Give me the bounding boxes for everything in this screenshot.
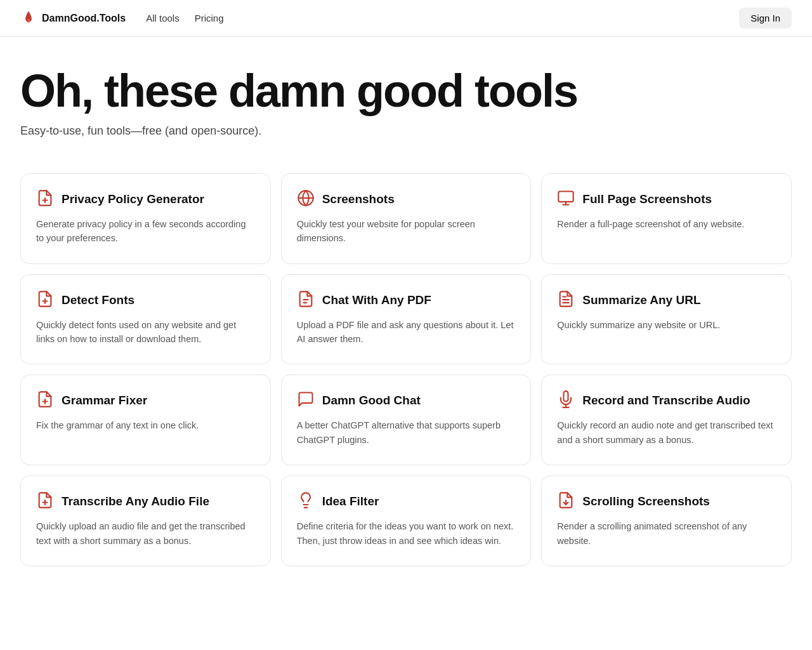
nav-link-all-tools[interactable]: All tools bbox=[146, 13, 180, 23]
sign-in-button[interactable]: Sign In bbox=[739, 8, 792, 29]
tools-grid: Privacy Policy GeneratorGenerate privacy… bbox=[0, 158, 812, 597]
tool-card-header-scrolling-screenshots: Scrolling Screenshots bbox=[557, 491, 776, 512]
tool-desc-full-page-screenshots: Render a full-page screenshot of any web… bbox=[557, 217, 776, 231]
logo-link[interactable]: DamnGood.Tools bbox=[20, 10, 126, 27]
tool-card-header-screenshots: Screenshots bbox=[297, 189, 516, 209]
tool-card-header-privacy-policy-generator: Privacy Policy Generator bbox=[36, 189, 255, 209]
tool-title-summarize-any-url: Summarize Any URL bbox=[582, 293, 700, 307]
tool-card-header-record-and-transcribe: Record and Transcribe Audio bbox=[557, 390, 776, 411]
tool-title-full-page-screenshots: Full Page Screenshots bbox=[582, 192, 712, 206]
document-icon bbox=[36, 189, 54, 209]
mic-icon bbox=[557, 390, 575, 411]
hero-heading: Oh, these damn good tools bbox=[20, 67, 591, 116]
nav-links: All tools Pricing bbox=[146, 13, 223, 24]
hero-section: Oh, these damn good tools Easy-to-use, f… bbox=[0, 37, 812, 158]
navbar: DamnGood.Tools All tools Pricing Sign In bbox=[0, 0, 812, 37]
nav-item-all-tools[interactable]: All tools bbox=[146, 13, 180, 24]
tool-desc-scrolling-screenshots: Render a scrolling animated screenshot o… bbox=[557, 519, 776, 548]
document-icon bbox=[36, 390, 54, 411]
tool-title-grammar-fixer: Grammar Fixer bbox=[62, 394, 147, 408]
monitor-icon bbox=[557, 189, 575, 209]
tool-desc-privacy-policy-generator: Generate privacy policy in a few seconds… bbox=[36, 217, 255, 246]
tool-title-idea-filter: Idea Filter bbox=[322, 494, 379, 508]
tool-card-header-chat-with-any-pdf: Chat With Any PDF bbox=[297, 290, 516, 310]
hero-subheading: Easy-to-use, fun tools—free (and open-so… bbox=[20, 124, 792, 138]
tool-card-screenshots[interactable]: ScreenshotsQuickly test your website for… bbox=[281, 173, 532, 264]
tool-card-damn-good-chat[interactable]: Damn Good ChatA better ChatGPT alternati… bbox=[281, 375, 532, 465]
document-icon bbox=[36, 491, 54, 512]
tool-desc-damn-good-chat: A better ChatGPT alternative that suppor… bbox=[297, 418, 516, 447]
tool-card-header-damn-good-chat: Damn Good Chat bbox=[297, 390, 516, 411]
tool-card-detect-fonts[interactable]: Detect FontsQuickly detect fonts used on… bbox=[20, 274, 271, 365]
tool-desc-chat-with-any-pdf: Upload a PDF file and ask any questions … bbox=[297, 318, 516, 347]
document-icon bbox=[36, 290, 54, 310]
tool-desc-transcribe-any-audio: Quickly upload an audio file and get the… bbox=[36, 519, 255, 548]
nav-link-pricing[interactable]: Pricing bbox=[195, 13, 224, 23]
doc-lines-icon bbox=[557, 290, 575, 310]
tool-card-header-idea-filter: Idea Filter bbox=[297, 491, 516, 512]
tool-card-full-page-screenshots[interactable]: Full Page ScreenshotsRender a full-page … bbox=[541, 173, 792, 264]
tool-desc-idea-filter: Define criteria for the ideas you want t… bbox=[297, 519, 516, 548]
tool-title-record-and-transcribe: Record and Transcribe Audio bbox=[582, 394, 750, 408]
chat-icon bbox=[297, 390, 315, 411]
doc-red-icon bbox=[557, 491, 575, 512]
tool-card-header-summarize-any-url: Summarize Any URL bbox=[557, 290, 776, 310]
tool-desc-detect-fonts: Quickly detect fonts used on any website… bbox=[36, 318, 255, 347]
tool-title-screenshots: Screenshots bbox=[322, 192, 395, 206]
tool-card-grammar-fixer[interactable]: Grammar FixerFix the grammar of any text… bbox=[20, 375, 271, 465]
nav-item-pricing[interactable]: Pricing bbox=[195, 13, 224, 24]
tool-title-transcribe-any-audio: Transcribe Any Audio File bbox=[62, 494, 209, 508]
globe-icon bbox=[297, 189, 315, 209]
tool-title-privacy-policy-generator: Privacy Policy Generator bbox=[62, 192, 204, 206]
tool-card-header-grammar-fixer: Grammar Fixer bbox=[36, 390, 255, 411]
tool-desc-record-and-transcribe: Quickly record an audio note and get tra… bbox=[557, 418, 776, 447]
pdf-icon bbox=[297, 290, 315, 310]
flame-icon bbox=[20, 10, 37, 27]
svg-rect-4 bbox=[559, 191, 573, 201]
tool-card-header-transcribe-any-audio: Transcribe Any Audio File bbox=[36, 491, 255, 512]
tool-title-chat-with-any-pdf: Chat With Any PDF bbox=[322, 293, 431, 307]
nav-left: DamnGood.Tools All tools Pricing bbox=[20, 10, 224, 27]
tool-desc-screenshots: Quickly test your website for popular sc… bbox=[297, 217, 516, 246]
tool-card-privacy-policy-generator[interactable]: Privacy Policy GeneratorGenerate privacy… bbox=[20, 173, 271, 264]
tool-title-detect-fonts: Detect Fonts bbox=[62, 293, 134, 307]
tool-card-header-full-page-screenshots: Full Page Screenshots bbox=[557, 189, 776, 209]
tool-title-scrolling-screenshots: Scrolling Screenshots bbox=[582, 494, 710, 508]
tool-card-header-detect-fonts: Detect Fonts bbox=[36, 290, 255, 310]
tool-title-damn-good-chat: Damn Good Chat bbox=[322, 394, 421, 408]
tool-card-idea-filter[interactable]: Idea FilterDefine criteria for the ideas… bbox=[281, 475, 532, 566]
tool-desc-grammar-fixer: Fix the grammar of any text in one click… bbox=[36, 418, 255, 432]
logo-text: DamnGood.Tools bbox=[42, 13, 126, 24]
tool-card-record-and-transcribe[interactable]: Record and Transcribe AudioQuickly recor… bbox=[541, 375, 792, 465]
tool-card-transcribe-any-audio[interactable]: Transcribe Any Audio FileQuickly upload … bbox=[20, 475, 271, 566]
tool-card-scrolling-screenshots[interactable]: Scrolling ScreenshotsRender a scrolling … bbox=[541, 475, 792, 566]
tool-card-chat-with-any-pdf[interactable]: Chat With Any PDFUpload a PDF file and a… bbox=[281, 274, 532, 365]
tool-desc-summarize-any-url: Quickly summarize any website or URL. bbox=[557, 318, 776, 332]
tool-card-summarize-any-url[interactable]: Summarize Any URLQuickly summarize any w… bbox=[541, 274, 792, 365]
bulb-icon bbox=[297, 491, 315, 512]
